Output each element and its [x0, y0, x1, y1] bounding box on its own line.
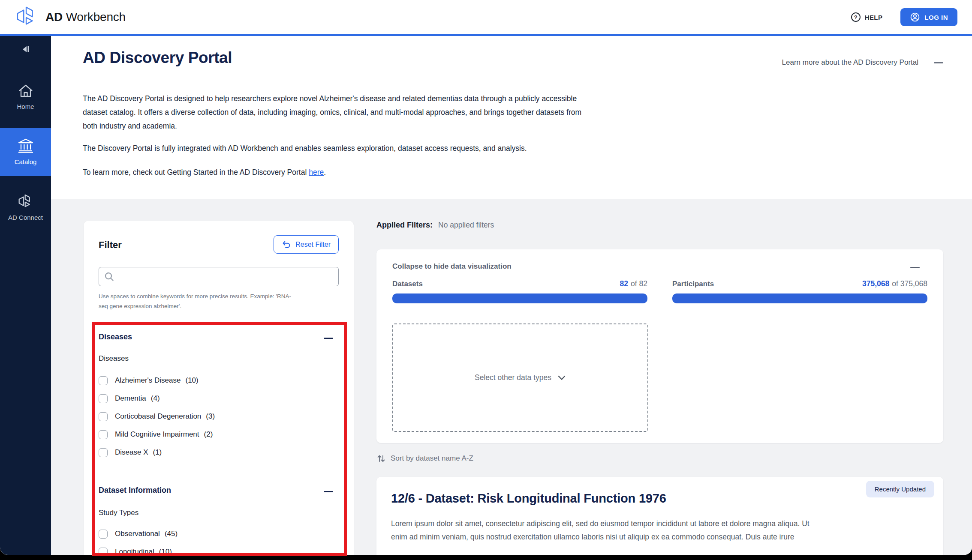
filter-option-count: (45)	[165, 530, 178, 538]
study-types-option-list: Observational (45) Longitudinal (10)	[99, 525, 339, 555]
datasets-stat: Datasets 82of 82	[392, 279, 647, 303]
participants-stat: Participants 375,068of 375,068	[672, 279, 927, 303]
intro-section: AD Discovery Portal Learn more about the…	[51, 36, 972, 199]
participants-label: Participants	[672, 280, 714, 288]
diseases-section-header: Diseases	[99, 332, 333, 342]
dataset-information-section-header: Dataset Information	[99, 485, 333, 495]
login-label: LOG IN	[924, 14, 948, 21]
reset-filter-label: Reset Filter	[295, 241, 331, 249]
checkbox[interactable]	[99, 448, 108, 457]
filter-option[interactable]: Alzheimer's Disease (10)	[99, 371, 339, 389]
filter-option[interactable]: Mild Cognitive Impairment (2)	[99, 425, 339, 443]
recently-updated-badge: Recently Updated	[866, 481, 934, 497]
home-icon	[17, 83, 34, 99]
checkbox[interactable]	[99, 412, 108, 421]
intro-paragraph: To learn more, check out Getting Started…	[83, 165, 752, 179]
filter-option[interactable]: Disease X (1)	[99, 443, 339, 461]
filter-search-input[interactable]	[99, 267, 339, 286]
filter-option-count: (10)	[159, 548, 172, 555]
question-circle-icon: ?	[851, 12, 861, 22]
collapse-sidebar-icon[interactable]	[18, 43, 34, 56]
filter-option-label: Observational	[115, 530, 160, 538]
help-label: HELP	[865, 14, 883, 21]
content-area: Filter Reset Filter	[51, 199, 972, 555]
chevron-down-icon	[557, 375, 566, 381]
checkbox[interactable]	[99, 376, 108, 385]
intro-paragraph: The Discovery Portal is fully integrated…	[83, 141, 752, 155]
diseases-option-list: Alzheimer's Disease (10) Dementia (4) Co…	[99, 371, 339, 461]
group-label: Diseases	[99, 354, 129, 363]
select-other-label: Select other data types	[475, 373, 551, 382]
filter-option-count: (1)	[153, 448, 162, 457]
filter-option-label: Corticobasal Degeneration	[115, 412, 201, 421]
select-other-data-types-dropdown[interactable]: Select other data types	[472, 373, 569, 383]
collapse-minus-icon[interactable]	[910, 261, 920, 271]
help-button[interactable]: ? HELP	[848, 12, 885, 23]
collapse-minus-icon[interactable]	[934, 62, 943, 63]
other-data-types-dropzone: Select other data types	[392, 323, 648, 432]
sidebar: Home Catalog	[0, 36, 51, 555]
filter-option[interactable]: Longitudinal (10)	[99, 543, 339, 555]
header-accent-line	[0, 34, 972, 36]
checkbox[interactable]	[99, 530, 108, 539]
page-title: AD Discovery Portal	[83, 49, 232, 67]
brand-name: AD Workbench	[45, 10, 126, 24]
paragraph-text: .	[324, 168, 326, 177]
filter-option[interactable]: Observational (45)	[99, 525, 339, 543]
brand[interactable]: AD Workbench	[15, 6, 126, 28]
sidebar-item-label: Home	[17, 102, 34, 111]
filter-panel: Filter Reset Filter	[84, 221, 354, 555]
filter-option-label: Dementia	[115, 394, 146, 403]
applied-filters-value: No applied filters	[438, 221, 494, 230]
sidebar-item-ad-connect[interactable]: AD Connect	[0, 186, 51, 230]
reset-filter-button[interactable]: Reset Filter	[274, 235, 339, 254]
user-circle-icon	[910, 12, 920, 22]
sort-control[interactable]: Sort by dataset name A-Z	[376, 454, 473, 463]
applied-filters-row: Applied Filters: No applied filters	[376, 221, 494, 230]
data-visualization-panel: Collapse to hide data visualization Data…	[376, 249, 943, 443]
checkbox[interactable]	[99, 548, 108, 555]
login-button[interactable]: LOG IN	[900, 8, 957, 26]
section-title: Diseases	[99, 332, 132, 341]
section-title: Dataset Information	[99, 486, 171, 495]
sidebar-item-catalog[interactable]: Catalog	[0, 128, 51, 176]
filter-option-label: Alzheimer's Disease	[115, 376, 181, 385]
search-helper-text: Use spaces to combine keywords for more …	[99, 291, 341, 311]
filter-option-count: (3)	[206, 412, 215, 421]
sort-arrows-icon	[376, 454, 386, 463]
filter-option[interactable]: Corticobasal Degeneration (3)	[99, 407, 339, 425]
svg-text:?: ?	[854, 14, 858, 21]
undo-icon	[282, 240, 291, 249]
filter-option-count: (4)	[151, 394, 160, 403]
filter-option-label: Disease X	[115, 448, 148, 457]
datasets-progress-bar	[392, 293, 647, 303]
paragraph-text: To learn more, check out Getting Started…	[83, 168, 309, 177]
sort-label: Sort by dataset name A-Z	[391, 454, 473, 463]
ad-workbench-logo-icon	[15, 6, 39, 28]
participants-progress-bar	[672, 293, 927, 303]
checkbox[interactable]	[99, 430, 108, 439]
app-header: AD Workbench ? HELP	[0, 0, 972, 34]
checkbox[interactable]	[99, 394, 108, 403]
applied-filters-label: Applied Filters:	[376, 221, 433, 230]
participants-count: 375,068of 375,068	[862, 279, 927, 288]
datasets-label: Datasets	[392, 280, 423, 288]
sidebar-item-label: AD Connect	[8, 213, 43, 222]
collapse-minus-icon[interactable]	[324, 332, 333, 342]
learn-more-label: Learn more about the AD Discovery Portal	[782, 58, 918, 67]
dataset-card: Recently Updated 12/6 - Dataset: Risk Lo…	[376, 477, 943, 555]
group-label: Study Types	[99, 509, 138, 517]
filter-title: Filter	[99, 240, 122, 251]
ad-connect-icon	[17, 194, 34, 210]
collapse-minus-icon[interactable]	[324, 485, 333, 495]
screenshot-stage: AD Workbench ? HELP	[0, 0, 972, 560]
filter-option-count: (2)	[204, 430, 213, 439]
dataset-title[interactable]: 12/6 - Dataset: Risk Longitudinal Functi…	[391, 491, 666, 506]
intro-paragraph: The AD Discovery Portal is designed to h…	[83, 92, 752, 133]
sidebar-item-home[interactable]: Home	[0, 75, 51, 119]
learn-more-toggle[interactable]: Learn more about the AD Discovery Portal	[782, 58, 943, 67]
datasets-count: 82of 82	[620, 279, 647, 288]
search-icon	[104, 271, 115, 282]
here-link[interactable]: here	[309, 168, 324, 177]
filter-option[interactable]: Dementia (4)	[99, 389, 339, 407]
